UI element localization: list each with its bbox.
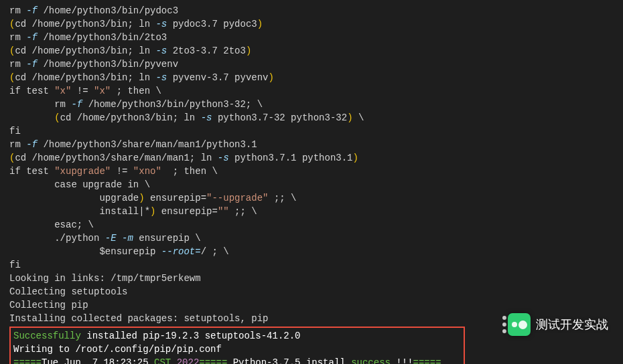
terminal-line: rm -f /home/python3/bin/pydoc3 [9,4,616,17]
terminal-line: fi [9,258,616,272]
terminal-line: Collecting pip [9,298,616,312]
terminal-line: rm -f /home/python3/bin/2to3 [9,31,616,44]
terminal-line: ./python -E -m ensurepip \ [9,232,616,245]
terminal-line: case upgrade in \ [9,178,616,191]
wechat-icon [508,313,531,336]
terminal-line: rm -f /home/python3/share/man/man1/pytho… [9,138,616,151]
terminal-line: (cd /home/python3/bin; ln -s 2to3-3.7 2t… [9,44,616,58]
terminal-line: rm -f /home/python3/bin/python3-32; \ [9,98,616,111]
terminal-output: rm -f /home/python3/bin/pydoc3(cd /home/… [0,0,623,364]
terminal-line: if test "x" != "x" ; then \ [9,84,616,98]
terminal-line: Writing to /root/.config/pip/pip.conf [13,343,461,356]
terminal-line: esac; \ [9,218,616,232]
success-highlight-box: Successfully installed pip-19.2.3 setupt… [9,327,465,364]
terminal-line: Collecting setuptools [9,285,616,298]
terminal-line: Successfully installed pip-19.2.3 setupt… [13,329,461,343]
terminal-line: install|*) ensurepip="" ;; \ [9,205,616,218]
watermark-text: 测试开发实战 [536,318,608,331]
terminal-line: (cd /home/python3/bin; ln -s pyvenv-3.7 … [9,71,616,84]
terminal-line: $ensurepip --root=/ ; \ [9,245,616,258]
terminal-line: (cd /home/python3/share/man/man1; ln -s … [9,151,616,165]
terminal-line: upgrade) ensurepip="--upgrade" ;; \ [9,191,616,205]
terminal-line: fi [9,124,616,138]
watermark-badge: 测试开发实战 [508,313,608,336]
terminal-line: rm -f /home/python3/bin/pyvenv [9,58,616,71]
terminal-line: if test "xupgrade" != "xno" ; then \ [9,165,616,178]
terminal-line: =====Tue Jun 7 18:23:25 CST 2022===== Py… [13,356,461,364]
watermark-dots-icon [502,316,506,320]
terminal-line: (cd /home/python3/bin; ln -s python3.7-3… [9,111,616,124]
terminal-line: Looking in links: /tmp/tmpr5erkewm [9,272,616,285]
terminal-line: (cd /home/python3/bin; ln -s pydoc3.7 py… [9,17,616,31]
